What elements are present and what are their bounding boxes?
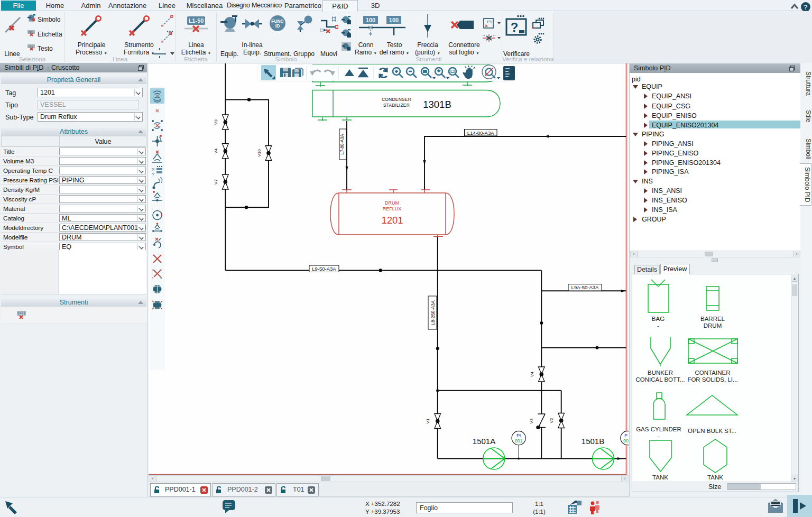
svg-text:DRUM: DRUM bbox=[704, 322, 722, 329]
svg-text:?: ? bbox=[804, 3, 808, 11]
svg-text:DRUM: DRUM bbox=[385, 200, 399, 206]
svg-text:X: X bbox=[152, 167, 155, 172]
svg-text:100: 100 bbox=[366, 17, 375, 23]
svg-text:L9-50-A3A: L9-50-A3A bbox=[312, 266, 336, 272]
svg-text:L7-80-A3A: L7-80-A3A bbox=[340, 134, 345, 155]
svg-text:-: - bbox=[657, 322, 659, 329]
svg-text:V3: V3 bbox=[214, 119, 218, 125]
svg-text:001: 001 bbox=[515, 438, 522, 444]
svg-text:V3: V3 bbox=[529, 418, 534, 423]
svg-text:STABILIZER: STABILIZER bbox=[383, 103, 410, 108]
svg-text:1301B: 1301B bbox=[423, 99, 451, 110]
svg-text:BUNKER: BUNKER bbox=[648, 370, 673, 376]
svg-text:L9A-50-A3A: L9A-50-A3A bbox=[571, 284, 599, 290]
svg-text:y: y bbox=[160, 268, 162, 271]
svg-text:a: a bbox=[160, 276, 162, 279]
svg-text:L8-250-A3A: L8-250-A3A bbox=[430, 300, 436, 325]
svg-text:?: ? bbox=[511, 20, 519, 34]
svg-text:OPEN BULK ST...: OPEN BULK ST... bbox=[688, 428, 736, 434]
svg-text:TANK: TANK bbox=[707, 474, 723, 481]
svg-text:CONICAL BOTT...: CONICAL BOTT... bbox=[636, 376, 685, 383]
svg-text:123: 123 bbox=[19, 312, 24, 315]
svg-text:00: 00 bbox=[623, 438, 629, 444]
svg-text:FOR SOLIDS, LI...: FOR SOLIDS, LI... bbox=[687, 376, 737, 383]
svg-text:100: 100 bbox=[389, 17, 399, 23]
svg-text:V2: V2 bbox=[549, 418, 554, 423]
svg-text:V4: V4 bbox=[530, 372, 534, 377]
svg-text:BAG: BAG bbox=[652, 316, 665, 322]
svg-text:x: x bbox=[152, 268, 154, 271]
svg-text:V7: V7 bbox=[214, 179, 218, 184]
svg-text:V10: V10 bbox=[257, 149, 262, 157]
svg-text:BARREL: BARREL bbox=[700, 316, 725, 322]
svg-text:r: r bbox=[152, 276, 153, 279]
svg-text:L14-80-A3A: L14-80-A3A bbox=[467, 130, 494, 136]
svg-text:P: P bbox=[624, 433, 628, 438]
svg-text:CONTAINER: CONTAINER bbox=[695, 370, 731, 376]
svg-text:CONDENSER: CONDENSER bbox=[382, 97, 411, 102]
svg-text:-: - bbox=[658, 433, 660, 439]
svg-text:ID: ID bbox=[275, 23, 280, 29]
svg-text:L1-50: L1-50 bbox=[189, 17, 204, 24]
svg-text:FUNC: FUNC bbox=[271, 19, 283, 24]
svg-text:REFLUX: REFLUX bbox=[383, 206, 402, 211]
svg-text:Y: Y bbox=[152, 172, 155, 177]
svg-text:V4: V4 bbox=[214, 148, 218, 153]
svg-text:PI: PI bbox=[516, 433, 521, 438]
svg-text:1501A: 1501A bbox=[473, 437, 495, 446]
svg-text:GAS CYLINDER: GAS CYLINDER bbox=[636, 426, 681, 432]
svg-text:P1: P1 bbox=[487, 20, 492, 24]
svg-text:1201: 1201 bbox=[381, 215, 403, 226]
svg-text:TANK: TANK bbox=[652, 474, 668, 481]
svg-text:V1: V1 bbox=[426, 418, 430, 423]
svg-text:1501B: 1501B bbox=[582, 437, 604, 446]
